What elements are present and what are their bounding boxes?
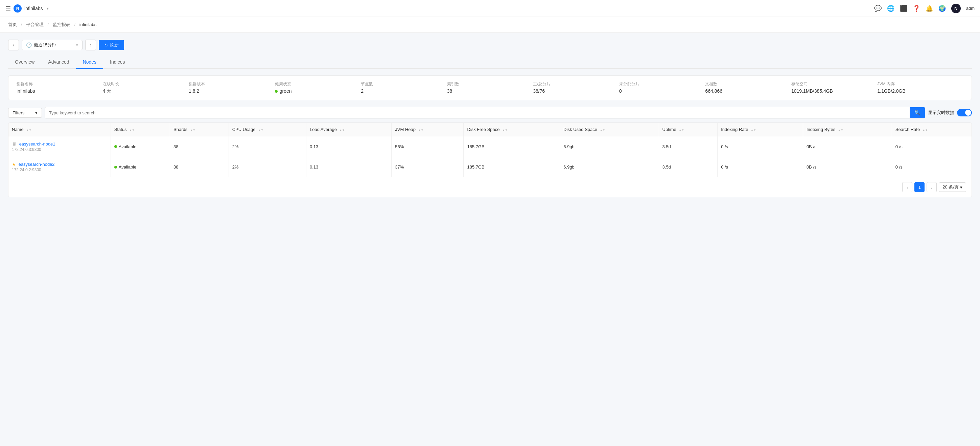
filter-chevron-icon: ▾ <box>35 110 38 115</box>
cluster-card: 集群名称 infinilabs 在线时长 4 天 集群版本 1.8.2 健康状态… <box>8 75 972 100</box>
col-cpu-usage[interactable]: CPU Usage ▲▼ <box>229 123 306 136</box>
breadcrumb-home[interactable]: 首页 <box>8 22 17 27</box>
avatar[interactable]: N <box>951 4 961 13</box>
node-link-2[interactable]: easysearch-node2 <box>19 162 55 167</box>
help-icon[interactable]: ❓ <box>913 5 920 12</box>
realtime-label: 显示实时数据 <box>928 110 954 116</box>
cell-search-rate-2: 0 /s <box>892 157 972 177</box>
hamburger-icon[interactable]: ☰ <box>5 5 11 12</box>
cell-cpu-1: 2% <box>229 136 306 157</box>
cell-jvm-1: 56% <box>391 136 464 157</box>
page-size-label: 20 条/页 <box>942 184 959 190</box>
cell-disk-free-2: 185.7GB <box>464 157 560 177</box>
toggle-knob <box>965 110 971 116</box>
refresh-label: 刷新 <box>110 42 119 48</box>
cluster-col-storage: 存储空间 1019.1MB/385.4GB <box>791 81 878 94</box>
terminal-icon[interactable]: ⬛ <box>900 5 907 12</box>
app-name: infinilabs <box>24 6 43 11</box>
page-size-chevron-icon: ▾ <box>960 185 963 190</box>
table-row: 🖥 easysearch-node1 172.24.0.3:9300 Avail… <box>8 136 972 157</box>
col-load-average[interactable]: Load Average ▲▼ <box>306 123 391 136</box>
col-indexing-bytes[interactable]: Indexing Bytes ▲▼ <box>803 123 892 136</box>
cluster-col-unassigned: 未分配分片 0 <box>619 81 705 94</box>
page-1-button[interactable]: 1 <box>915 182 924 192</box>
search-icon: 🔍 <box>915 110 920 115</box>
page-prev-button[interactable]: ‹ <box>902 182 912 192</box>
cell-shards-2: 38 <box>170 157 229 177</box>
breadcrumb: 首页 / 平台管理 / 监控报表 / infinilabs <box>0 17 980 33</box>
col-uptime[interactable]: Uptime ▲▼ <box>659 123 718 136</box>
col-search-rate[interactable]: Search Rate ▲▼ <box>892 123 972 136</box>
tab-advanced[interactable]: Advanced <box>41 56 76 69</box>
discord-icon[interactable]: 💬 <box>874 5 881 12</box>
time-next-button[interactable]: › <box>85 40 96 50</box>
main-content: ‹ 🕐 最近15分钟 ▾ › ↻ 刷新 Overview Advanced No… <box>0 33 980 204</box>
cell-indexing-rate-2: 0 /s <box>718 157 803 177</box>
breadcrumb-monitor[interactable]: 监控报表 <box>53 22 70 27</box>
cluster-col-health: 健康状态 green <box>275 81 361 94</box>
col-name[interactable]: Name ▲▼ <box>8 123 111 136</box>
col-shards[interactable]: Shards ▲▼ <box>170 123 229 136</box>
time-range-select[interactable]: 🕐 最近15分钟 ▾ <box>22 40 83 50</box>
search-button[interactable]: 🔍 <box>910 107 925 118</box>
cluster-col-jvm: JVM 内存 1.1GB/2.0GB <box>877 81 963 94</box>
cell-load-2: 0.13 <box>306 157 391 177</box>
nav-left: ☰ N infinilabs ▾ <box>5 5 49 13</box>
cell-cpu-2: 2% <box>229 157 306 177</box>
filter-select[interactable]: Filters ▾ <box>8 108 42 118</box>
table-header-row: Name ▲▼ Status ▲▼ Shards ▲▼ CPU Usage ▲▼… <box>8 123 972 136</box>
tab-nodes[interactable]: Nodes <box>76 56 103 69</box>
cluster-col-nodes: 节点数 2 <box>361 81 447 94</box>
globe-alt-icon[interactable]: 🌐 <box>887 5 894 12</box>
page-size-select[interactable]: 20 条/页 ▾ <box>939 182 966 192</box>
node-ip-2: 172.24.0.2:9300 <box>12 167 107 172</box>
cluster-col-name: 集群名称 infinilabs <box>17 81 103 94</box>
table-row: ★ easysearch-node2 172.24.0.2:9300 Avail… <box>8 157 972 177</box>
tab-overview[interactable]: Overview <box>8 56 41 69</box>
top-navbar: ☰ N infinilabs ▾ 💬 🌐 ⬛ ❓ 🔔 🌍 N adm <box>0 0 980 17</box>
refresh-button[interactable]: ↻ 刷新 <box>99 40 124 50</box>
breadcrumb-sep-1: / <box>21 22 22 27</box>
cell-uptime-1: 3.5d <box>659 136 718 157</box>
cell-shards-1: 38 <box>170 136 229 157</box>
breadcrumb-current: infinilabs <box>80 22 97 27</box>
breadcrumb-platform[interactable]: 平台管理 <box>26 22 44 27</box>
col-jvm-heap[interactable]: JVM Heap ▲▼ <box>391 123 464 136</box>
language-icon[interactable]: 🌍 <box>939 5 946 12</box>
cell-indexing-rate-1: 0 /s <box>718 136 803 157</box>
cluster-col-indices: 索引数 38 <box>447 81 533 94</box>
cell-disk-used-1: 6.9gb <box>560 136 659 157</box>
realtime-toggle-switch[interactable] <box>957 109 972 116</box>
node-ip-1: 172.24.0.3:9300 <box>12 147 107 152</box>
status-dot-2 <box>114 166 117 169</box>
cell-name-1: 🖥 easysearch-node1 172.24.0.3:9300 <box>8 136 111 157</box>
col-status[interactable]: Status ▲▼ <box>111 123 170 136</box>
status-dot-1 <box>114 145 117 148</box>
cell-disk-free-1: 185.7GB <box>464 136 560 157</box>
filter-bar: Filters ▾ 🔍 显示实时数据 <box>8 107 972 118</box>
col-disk-used-space[interactable]: Disk Used Space ▲▼ <box>560 123 659 136</box>
cell-disk-used-2: 6.9gb <box>560 157 659 177</box>
search-input[interactable] <box>45 108 910 118</box>
clock-icon: 🕐 <box>26 42 32 48</box>
page-next-button[interactable]: › <box>927 182 937 192</box>
app-name-chevron-icon[interactable]: ▾ <box>47 6 49 11</box>
time-prev-button[interactable]: ‹ <box>8 40 19 50</box>
col-disk-free-space[interactable]: Disk Free Space ▲▼ <box>464 123 560 136</box>
tabs: Overview Advanced Nodes Indices <box>8 56 972 69</box>
breadcrumb-sep-2: / <box>48 22 49 27</box>
cell-status-2: Available <box>111 157 170 177</box>
logo: N <box>14 5 22 13</box>
tab-indices[interactable]: Indices <box>103 56 132 69</box>
breadcrumb-sep-3: / <box>74 22 75 27</box>
cell-indexing-bytes-2: 0B /s <box>803 157 892 177</box>
star-icon: ★ <box>12 162 16 167</box>
cell-jvm-2: 37% <box>391 157 464 177</box>
nodes-table: Name ▲▼ Status ▲▼ Shards ▲▼ CPU Usage ▲▼… <box>8 123 972 197</box>
health-status-dot <box>275 90 278 93</box>
cell-search-rate-1: 0 /s <box>892 136 972 157</box>
time-range-label: 最近15分钟 <box>34 42 74 48</box>
bell-icon[interactable]: 🔔 <box>926 5 933 12</box>
col-indexing-rate[interactable]: Indexing Rate ▲▼ <box>718 123 803 136</box>
node-link-1[interactable]: easysearch-node1 <box>19 142 56 147</box>
